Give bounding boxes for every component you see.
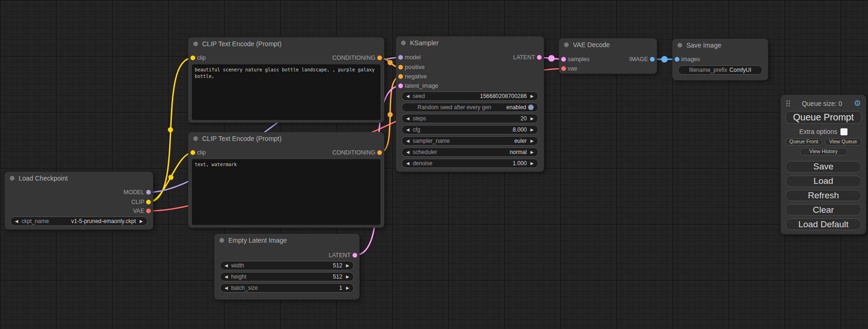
arrow-right-icon[interactable] [346,286,349,290]
queue-prompt-button[interactable]: Queue Prompt [785,111,861,124]
arrow-left-icon[interactable] [406,161,409,166]
arrow-left-icon[interactable] [406,127,409,132]
output-dot-conditioning[interactable] [377,150,382,155]
output-dot-conditioning[interactable] [377,56,382,60]
settings-gear-icon[interactable]: ⚙ [854,99,861,107]
widget-filename-prefix[interactable]: filename_prefix ComfyUI [678,65,762,75]
node-title-bar[interactable]: Save Image [672,39,768,52]
widget-label: sampler_name [413,138,450,144]
extra-options-checkbox[interactable] [840,128,847,135]
queue-front-button[interactable]: Queue Front [785,138,822,146]
node-save-image[interactable]: Save Image images filename_prefix ComfyU… [672,39,768,80]
node-clip-text-encode-positive[interactable]: CLIP Text Encode (Prompt) clip CONDITION… [188,37,384,123]
widget-denoise[interactable]: denoise 1.000 [402,159,538,168]
collapse-dot-icon[interactable] [10,176,14,181]
arrow-left-icon[interactable] [15,219,18,224]
collapse-dot-icon[interactable] [677,43,682,48]
input-dot-positive[interactable] [398,65,403,70]
input-dot-latent-image[interactable] [398,84,403,88]
input-dot-model[interactable] [398,55,403,60]
node-vae-decode[interactable]: VAE Decode samples IMAGE vae [559,38,657,74]
widget-scheduler[interactable]: scheduler normal [402,147,538,157]
widget-value: enabled [506,104,526,111]
input-dot-samples[interactable] [561,57,566,62]
arrow-left-icon[interactable] [406,139,409,143]
drag-handle-icon[interactable] [786,100,790,106]
widget-sampler-name[interactable]: sampler_name euler [402,136,538,146]
arrow-left-icon[interactable] [225,286,228,290]
widget-width[interactable]: width 512 [220,261,354,270]
prompt-textarea[interactable]: beautiful scenery nature glass bottle la… [192,64,381,120]
output-dot-latent[interactable] [353,253,357,258]
toggle-enabled-icon[interactable] [528,105,534,110]
input-dot-images[interactable] [675,57,679,62]
widget-label: denoise [413,160,432,167]
collapse-dot-icon[interactable] [193,136,198,141]
queue-menu-panel[interactable]: Queue size: 0 ⚙ Queue Prompt Extra optio… [781,95,866,234]
collapse-dot-icon[interactable] [193,42,198,46]
extra-options-label: Extra options [799,128,838,135]
input-dot-negative[interactable] [398,74,403,79]
arrow-right-icon[interactable] [140,219,143,224]
view-history-button[interactable]: View History [800,148,847,155]
node-title-bar[interactable]: KSampler [396,36,544,49]
output-dot-model[interactable] [146,190,151,195]
view-queue-button[interactable]: View Queue [825,138,861,146]
arrow-right-icon[interactable] [530,161,534,166]
widget-batch-size[interactable]: batch_size 1 [220,283,354,293]
input-dot-vae[interactable] [561,66,566,71]
arrow-right-icon[interactable] [530,127,534,132]
arrow-right-icon[interactable] [530,116,534,121]
node-clip-text-encode-negative[interactable]: CLIP Text Encode (Prompt) clip CONDITION… [188,132,384,228]
node-title: Save Image [686,42,721,49]
widget-seed[interactable]: seed 156680208700286 [402,91,538,101]
node-title: Load Checkpoint [19,175,68,182]
output-dot-clip[interactable] [146,200,151,204]
node-ksampler[interactable]: KSampler model LATENT positive negative … [396,36,544,172]
widget-steps[interactable]: steps 20 [402,114,538,123]
output-dot-vae[interactable] [146,209,151,213]
input-dot-clip[interactable] [191,56,195,60]
node-title-bar[interactable]: CLIP Text Encode (Prompt) [188,132,384,145]
arrow-right-icon[interactable] [530,94,534,98]
arrow-left-icon[interactable] [225,274,228,279]
clear-button[interactable]: Clear [785,204,861,216]
widget-value: normal [509,149,527,155]
output-dot-image[interactable] [650,57,655,62]
load-default-button[interactable]: Load Default [785,218,861,230]
widget-value: 8.000 [513,126,527,133]
prompt-textarea[interactable]: text, watermark [192,159,381,225]
node-title-bar[interactable]: VAE Decode [559,38,657,51]
collapse-dot-icon[interactable] [564,42,569,47]
load-button[interactable]: Load [785,175,861,187]
widget-ckpt-name[interactable]: ckpt_name v1-5-pruned-emaonly.ckpt [10,217,148,226]
collapse-dot-icon[interactable] [219,238,224,243]
node-empty-latent-image[interactable]: Empty Latent Image LATENT width 512 heig… [214,234,360,300]
arrow-right-icon[interactable] [530,139,534,143]
refresh-button[interactable]: Refresh [785,190,861,202]
node-title-bar[interactable]: CLIP Text Encode (Prompt) [188,37,384,50]
node-title-bar[interactable]: Empty Latent Image [214,234,360,247]
widget-cfg[interactable]: cfg 8.000 [402,125,538,134]
arrow-right-icon[interactable] [346,274,349,279]
arrow-left-icon[interactable] [406,150,409,154]
node-graph-canvas[interactable]: Load Checkpoint MODEL CLIP VAE ckpt_name… [0,0,868,329]
arrow-left-icon[interactable] [406,116,409,121]
arrow-left-icon[interactable] [406,94,409,98]
input-slot-images: images [681,55,700,64]
input-slot-clip: clip [197,148,206,157]
save-button[interactable]: Save [785,161,861,173]
collapse-dot-icon[interactable] [401,41,406,45]
arrow-right-icon[interactable] [346,263,349,268]
arrow-left-icon[interactable] [225,263,228,268]
node-load-checkpoint[interactable]: Load Checkpoint MODEL CLIP VAE ckpt_name… [5,172,153,230]
widget-random-seed-toggle[interactable]: Random seed after every gen enabled [402,103,538,112]
widget-label: ckpt_name [21,218,49,224]
widget-height[interactable]: height 512 [220,272,354,281]
output-slot-image: IMAGE [629,55,648,64]
output-dot-latent[interactable] [537,55,542,60]
arrow-right-icon[interactable] [530,150,534,154]
input-dot-clip[interactable] [191,150,195,155]
node-title-bar[interactable]: Load Checkpoint [5,172,153,185]
input-slot-latent-image: latent_image [405,81,438,91]
